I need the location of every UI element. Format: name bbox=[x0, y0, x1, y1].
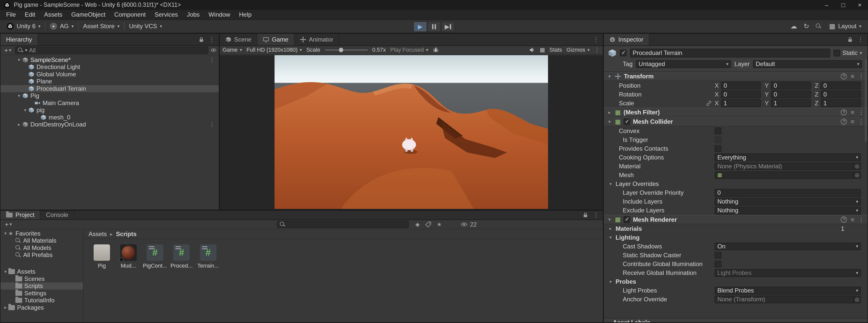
tree-row[interactable]: ▾ Pig bbox=[0, 92, 219, 100]
search-icon[interactable] bbox=[816, 24, 821, 29]
scale-z-field[interactable]: 1 bbox=[820, 99, 861, 107]
vsync-grid-icon[interactable]: ▦ bbox=[540, 47, 545, 53]
exclude-layers-dropdown[interactable]: Nothing ▾ bbox=[715, 207, 861, 214]
mesh-renderer-enabled-checkbox[interactable] bbox=[623, 216, 630, 223]
project-search-input[interactable] bbox=[277, 221, 409, 228]
breadcrumb-scripts[interactable]: Scripts bbox=[116, 230, 136, 238]
foldout-arrow-icon[interactable]: ▾ bbox=[607, 119, 612, 124]
panel-menu-icon[interactable]: ⋮ bbox=[593, 211, 599, 218]
account-dropdown[interactable]: ● AG ▾ bbox=[45, 21, 78, 32]
inspector-scrollbar[interactable] bbox=[865, 59, 867, 142]
tab-project[interactable]: Project bbox=[0, 211, 40, 219]
tree-row[interactable]: Plane bbox=[0, 78, 219, 85]
breadcrumb-assets[interactable]: Assets bbox=[89, 230, 107, 238]
static-dropdown[interactable]: Static ▾ bbox=[833, 49, 862, 57]
active-checkbox[interactable] bbox=[620, 50, 626, 56]
tree-row[interactable]: Main Camera bbox=[0, 100, 219, 107]
presets-icon[interactable]: ≡ bbox=[850, 216, 854, 223]
lock-icon[interactable] bbox=[847, 37, 853, 43]
folder-tutorialinfo[interactable]: TutorialInfo bbox=[0, 297, 83, 304]
menu-file[interactable]: File bbox=[2, 11, 21, 18]
scale-x-field[interactable]: 1 bbox=[721, 99, 761, 107]
add-gameobject-button[interactable]: +▾ bbox=[3, 47, 13, 54]
tab-game[interactable]: Game bbox=[257, 34, 294, 45]
help-icon[interactable]: ? bbox=[841, 216, 847, 222]
save-search-icon[interactable]: ★ bbox=[437, 221, 442, 228]
contribute-gi-checkbox[interactable] bbox=[715, 261, 721, 267]
lock-icon[interactable] bbox=[582, 212, 588, 218]
foldout-arrow-icon[interactable]: ▸ bbox=[607, 110, 612, 115]
presets-icon[interactable]: ≡ bbox=[850, 109, 854, 116]
foldout-arrow-icon[interactable]: ▾ bbox=[607, 74, 612, 79]
scale-slider[interactable] bbox=[325, 49, 368, 50]
provides-contacts-checkbox[interactable] bbox=[715, 145, 721, 152]
maximize-button[interactable]: □ bbox=[835, 0, 851, 10]
panel-menu-icon[interactable]: ⋮ bbox=[858, 36, 864, 43]
tab-scene[interactable]: Scene bbox=[220, 34, 257, 45]
fav-all-prefabs[interactable]: All Prefabs bbox=[0, 251, 83, 259]
hierarchy-search-input[interactable]: ▾ All bbox=[15, 47, 208, 54]
menu-edit[interactable]: Edit bbox=[21, 11, 40, 18]
lock-icon[interactable] bbox=[198, 37, 205, 43]
foldout-arrow-icon[interactable]: ▾ bbox=[16, 57, 22, 63]
folder-assets[interactable]: ▾ Assets bbox=[0, 268, 83, 275]
fav-all-models[interactable]: All Models bbox=[0, 244, 83, 252]
minimize-button[interactable]: – bbox=[818, 0, 835, 10]
search-by-label-icon[interactable] bbox=[425, 221, 431, 227]
component-menu-icon[interactable]: ⋮ bbox=[858, 73, 864, 80]
tag-dropdown[interactable]: Untagged ▾ bbox=[636, 60, 731, 68]
play-button[interactable]: ▶ bbox=[413, 22, 427, 32]
frame-debugger-bug-icon[interactable] bbox=[433, 47, 439, 53]
lighting-foldout[interactable]: ▾ Lighting bbox=[604, 233, 868, 242]
menu-help[interactable]: Help bbox=[235, 11, 256, 18]
materials-foldout[interactable]: ▸ Materials 1 bbox=[604, 224, 868, 233]
tree-row[interactable]: Directional Light bbox=[0, 64, 219, 71]
play-focused-dropdown[interactable]: Play Focused ▾ bbox=[390, 47, 429, 53]
game-view-menu-icon[interactable]: ⋮ bbox=[594, 46, 600, 53]
search-by-type-icon[interactable]: ◈ bbox=[415, 222, 420, 227]
help-icon[interactable]: ? bbox=[841, 109, 847, 115]
mute-audio-icon[interactable] bbox=[529, 47, 535, 53]
asset-item-procedural-script[interactable]: # Proced... bbox=[169, 244, 194, 269]
material-object-field[interactable]: None (Physics Material) ◎ bbox=[715, 163, 861, 170]
add-asset-button[interactable]: +▾ bbox=[3, 221, 13, 228]
folder-packages[interactable]: ▸ Packages bbox=[0, 304, 83, 311]
foldout-arrow-icon[interactable]: ▾ bbox=[16, 93, 22, 99]
presets-icon[interactable]: ≡ bbox=[850, 118, 854, 125]
layer-overrides-foldout[interactable]: ▾ Layer Overrides bbox=[604, 180, 868, 188]
object-picker-icon[interactable]: ◎ bbox=[853, 163, 861, 170]
tree-row[interactable]: ▾ pig bbox=[0, 107, 219, 114]
folder-scripts-selected[interactable]: Scripts bbox=[0, 282, 83, 290]
position-z-field[interactable]: 0 bbox=[820, 82, 861, 89]
convex-checkbox[interactable] bbox=[715, 128, 721, 134]
tree-row[interactable]: Global Volume bbox=[0, 71, 219, 78]
tab-inspector[interactable]: Inspector bbox=[604, 34, 649, 45]
folder-settings[interactable]: Settings bbox=[0, 289, 83, 297]
asset-item-mud-material[interactable]: Mud... bbox=[116, 244, 141, 269]
tree-row-dontdestroy[interactable]: ▸ DontDestroyOnLoad ⋮ bbox=[0, 121, 219, 128]
scene-options-icon[interactable]: ⋮ bbox=[210, 121, 215, 128]
menu-services[interactable]: Services bbox=[150, 11, 182, 18]
component-menu-icon[interactable]: ⋮ bbox=[858, 216, 864, 223]
panel-menu-icon[interactable]: ⋮ bbox=[593, 36, 599, 43]
panel-menu-icon[interactable]: ⋮ bbox=[209, 36, 215, 43]
history-icon[interactable]: ↻ bbox=[804, 23, 809, 30]
tree-row[interactable]: mesh_0 bbox=[0, 114, 219, 121]
scene-picking-icon[interactable] bbox=[211, 47, 217, 53]
cooking-options-dropdown[interactable]: Everything ▾ bbox=[715, 153, 861, 161]
component-menu-icon[interactable]: ⋮ bbox=[858, 118, 864, 125]
resolution-dropdown[interactable]: Full HD (1920x1080) ▾ bbox=[247, 47, 302, 53]
asset-item-pigcontroller-script[interactable]: # PigCont... bbox=[143, 244, 167, 269]
close-button[interactable]: × bbox=[851, 0, 868, 10]
mesh-object-field[interactable]: ▦ ◎ bbox=[715, 171, 861, 179]
pause-button[interactable] bbox=[427, 22, 441, 32]
layer-dropdown[interactable]: Default ▾ bbox=[753, 60, 862, 68]
folder-scenes[interactable]: Scenes bbox=[0, 275, 83, 282]
scale-y-field[interactable]: 1 bbox=[771, 99, 811, 107]
menu-window[interactable]: Window bbox=[204, 11, 235, 18]
static-checkbox[interactable] bbox=[833, 50, 840, 56]
menu-assets[interactable]: Assets bbox=[40, 11, 67, 18]
unity-vcs-dropdown[interactable]: Unity VCS ▾ bbox=[125, 21, 166, 32]
cast-shadows-dropdown[interactable]: On ▾ bbox=[715, 243, 861, 250]
menu-jobs[interactable]: Jobs bbox=[182, 11, 204, 18]
